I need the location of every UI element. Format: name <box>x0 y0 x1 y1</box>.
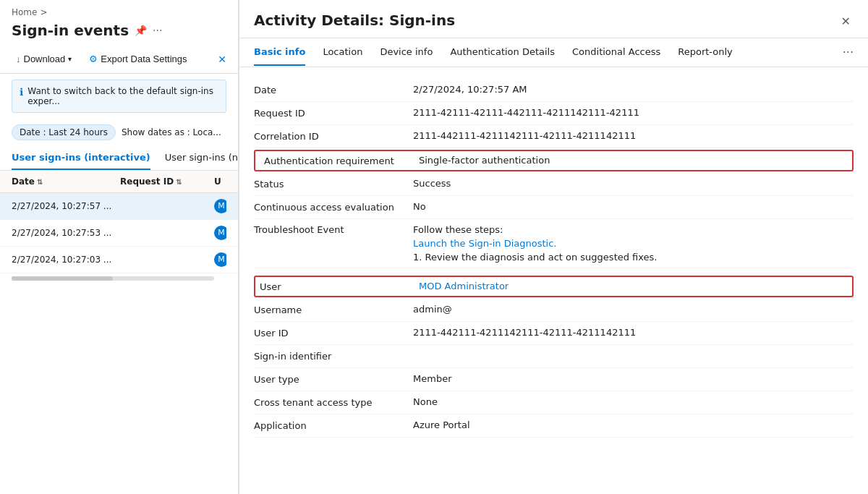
gear-icon: ⚙ <box>89 54 98 64</box>
chevron-down-icon: ▾ <box>68 55 72 63</box>
tab-noninteractive-signins[interactable]: User sign-ins (non... <box>165 146 239 170</box>
detail-content: Date 2/27/2024, 10:27:57 AM Request ID 2… <box>239 67 868 494</box>
table-row[interactable]: 2/27/2024, 10:27:53 ... M <box>0 220 238 247</box>
field-value-cae: No <box>413 201 854 212</box>
download-button[interactable]: ↓ Download ▾ <box>12 51 76 67</box>
field-user-type: User type Member <box>254 368 854 391</box>
detail-tabs: Basic info Location Device info Authenti… <box>239 38 868 67</box>
left-panel-tabs: User sign-ins (interactive) User sign-in… <box>0 146 238 171</box>
field-cross-tenant: Cross tenant access type None <box>254 391 854 414</box>
table-row[interactable]: 2/27/2024, 10:27:03 ... M <box>0 247 238 273</box>
field-value-request-id: 2111-42111-42111-442111-4211142111-42111 <box>413 107 854 118</box>
tab-authentication-details[interactable]: Authentication Details <box>450 39 555 66</box>
field-value-auth-req: Single-factor authentication <box>419 155 848 166</box>
field-status: Status Success <box>254 173 854 196</box>
horizontal-scrollbar[interactable] <box>0 273 238 284</box>
table-body: 2/27/2024, 10:27:57 ... M 2/27/2024, 10:… <box>0 193 238 273</box>
close-button[interactable]: ✕ <box>838 12 854 31</box>
avatar-2: M <box>214 226 226 240</box>
field-label-status: Status <box>254 178 413 189</box>
field-label-date: Date <box>254 84 413 95</box>
field-username: Username admin@ <box>254 299 854 322</box>
field-label-user: User <box>260 281 419 292</box>
filter-row: Date : Last 24 hours Show dates as : Loc… <box>0 119 238 146</box>
table-header: Date ⇅ Request ID ⇅ U <box>0 171 238 193</box>
field-label-user-type: User type <box>254 373 413 385</box>
table-row[interactable]: 2/27/2024, 10:27:57 ... M <box>0 193 238 220</box>
cell-user-1: M <box>214 199 226 213</box>
field-value-username: admin@ <box>413 304 854 315</box>
field-label-signin-id: Sign-in identifier <box>254 350 413 362</box>
scrollbar-track <box>12 276 214 281</box>
field-user-highlighted: User MOD Administrator <box>254 276 854 297</box>
export-settings-button[interactable]: ⚙ Export Data Settings <box>85 51 191 67</box>
field-label-cross-tenant: Cross tenant access type <box>254 396 413 408</box>
detail-title: Activity Details: Sign-ins <box>254 12 455 38</box>
field-correlation-id: Correlation ID 2111-442111-4211142111-42… <box>254 125 854 148</box>
field-value-user-type: Member <box>413 373 854 384</box>
field-request-id: Request ID 2111-42111-42111-442111-42111… <box>254 102 854 125</box>
close-toolbar-icon[interactable]: ✕ <box>218 54 226 65</box>
panel-title-row: Sign-in events 📌 ··· <box>0 22 238 46</box>
troubleshoot-label: Troubleshoot Event <box>254 224 413 235</box>
field-date: Date 2/27/2024, 10:27:57 AM <box>254 79 854 102</box>
field-label-application: Application <box>254 420 413 431</box>
tab-location[interactable]: Location <box>323 39 362 66</box>
date-filter-chip[interactable]: Date : Last 24 hours <box>12 124 116 140</box>
field-cae: Continuous access evaluation No <box>254 196 854 219</box>
detail-header: Activity Details: Sign-ins ✕ <box>239 0 868 38</box>
tab-interactive-signins[interactable]: User sign-ins (interactive) <box>12 146 150 170</box>
field-label-correlation-id: Correlation ID <box>254 130 413 142</box>
field-label-cae: Continuous access evaluation <box>254 201 413 213</box>
field-value-date: 2/27/2024, 10:27:57 AM <box>413 84 854 95</box>
col-date[interactable]: Date ⇅ <box>12 176 120 187</box>
sort-reqid-icon: ⇅ <box>176 178 182 186</box>
ellipsis-icon[interactable]: ··· <box>153 25 162 36</box>
launch-diagnostic-link[interactable]: Launch the Sign-in Diagnostic. <box>413 238 854 249</box>
tab-conditional-access[interactable]: Conditional Access <box>572 39 660 66</box>
field-application: Application Azure Portal <box>254 414 854 438</box>
left-panel: Home > Sign-in events 📌 ··· ↓ Download ▾… <box>0 0 239 494</box>
cell-user-3: M <box>214 252 226 267</box>
field-user-id: User ID 2111-442111-4211142111-42111-421… <box>254 322 854 345</box>
cell-date-3: 2/27/2024, 10:27:03 ... <box>12 255 120 265</box>
info-icon: ℹ <box>20 86 23 98</box>
col-request-id[interactable]: Request ID ⇅ <box>120 176 214 187</box>
info-banner-text: Want to switch back to the default sign-… <box>27 86 218 106</box>
cell-date-2: 2/27/2024, 10:27:53 ... <box>12 228 120 238</box>
tab-device-info[interactable]: Device info <box>380 39 433 66</box>
troubleshoot-note: 1. Review the diagnosis and act on sugge… <box>413 252 854 263</box>
field-value-status: Success <box>413 178 854 189</box>
field-label-request-id: Request ID <box>254 107 413 119</box>
troubleshoot-content: Follow these steps: Launch the Sign-in D… <box>413 224 854 263</box>
avatar-1: M <box>214 199 226 213</box>
cell-date-1: 2/27/2024, 10:27:57 ... <box>12 201 120 211</box>
download-icon: ↓ <box>16 54 21 64</box>
avatar-3: M <box>214 252 226 267</box>
detail-panel: Activity Details: Sign-ins ✕ Basic info … <box>239 0 868 494</box>
scrollbar-thumb <box>12 276 113 281</box>
tab-basic-info[interactable]: Basic info <box>254 39 305 66</box>
field-auth-requirement: Authentication requirement Single-factor… <box>254 150 854 171</box>
breadcrumb-home[interactable]: Home <box>12 7 37 17</box>
field-label-username: Username <box>254 304 413 315</box>
col-user: U <box>214 176 226 187</box>
cell-user-2: M <box>214 226 226 240</box>
field-value-cross-tenant: None <box>413 396 854 407</box>
info-banner: ℹ Want to switch back to the default sig… <box>12 80 226 113</box>
tabs-more-icon[interactable]: ··· <box>843 38 854 67</box>
field-label-auth-req: Authentication requirement <box>260 155 419 166</box>
toolbar: ↓ Download ▾ ⚙ Export Data Settings ✕ <box>0 46 238 74</box>
show-dates-filter[interactable]: Show dates as : Loca... <box>122 127 221 137</box>
troubleshoot-event: Troubleshoot Event Follow these steps: L… <box>254 219 854 268</box>
field-value-correlation-id: 2111-442111-4211142111-42111-4211142111 <box>413 130 854 141</box>
breadcrumb-separator: > <box>40 7 47 17</box>
field-value-user[interactable]: MOD Administrator <box>419 281 848 292</box>
field-value-application: Azure Portal <box>413 420 854 430</box>
tab-report-only[interactable]: Report-only <box>678 39 733 66</box>
breadcrumb: Home > <box>0 0 238 22</box>
pin-icon[interactable]: 📌 <box>135 25 147 36</box>
field-signin-identifier: Sign-in identifier <box>254 345 854 368</box>
troubleshoot-steps-intro: Follow these steps: <box>413 224 854 235</box>
field-value-user-id: 2111-442111-4211142111-42111-4211142111 <box>413 327 854 338</box>
